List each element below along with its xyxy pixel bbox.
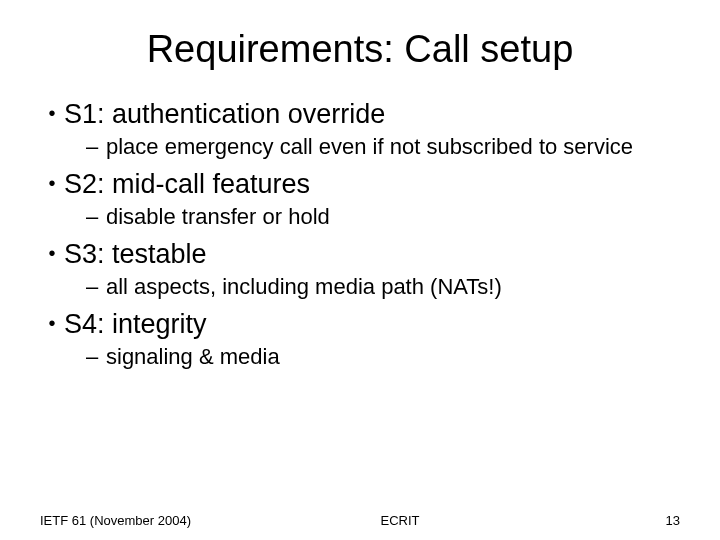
bullet-icon: • (40, 307, 64, 339)
slide: Requirements: Call setup • S1: authentic… (0, 0, 720, 540)
bullet-icon: • (40, 167, 64, 199)
bullet-level2: – place emergency call even if not subsc… (40, 133, 680, 161)
dash-icon: – (86, 203, 106, 231)
sub-label: all aspects, including media path (NATs!… (106, 273, 502, 301)
bullet-level2: – signaling & media (40, 343, 680, 371)
bullet-label: S4: integrity (64, 307, 207, 341)
bullet-icon: • (40, 237, 64, 269)
footer-left: IETF 61 (November 2004) (40, 513, 200, 528)
dash-icon: – (86, 133, 106, 161)
bullet-level2: – all aspects, including media path (NAT… (40, 273, 680, 301)
footer: IETF 61 (November 2004) ECRIT 13 (0, 513, 720, 528)
bullet-level1: • S3: testable (40, 237, 680, 271)
bullet-level1: • S1: authentication override (40, 97, 680, 131)
bullet-list: • S1: authentication override – place em… (40, 97, 680, 371)
footer-center: ECRIT (200, 513, 600, 528)
bullet-level1: • S2: mid-call features (40, 167, 680, 201)
sub-label: place emergency call even if not subscri… (106, 133, 633, 161)
slide-title: Requirements: Call setup (40, 28, 680, 71)
bullet-label: S1: authentication override (64, 97, 385, 131)
bullet-level2: – disable transfer or hold (40, 203, 680, 231)
bullet-level1: • S4: integrity (40, 307, 680, 341)
bullet-icon: • (40, 97, 64, 129)
bullet-label: S2: mid-call features (64, 167, 310, 201)
dash-icon: – (86, 273, 106, 301)
bullet-label: S3: testable (64, 237, 207, 271)
footer-page: 13 (600, 513, 680, 528)
sub-label: disable transfer or hold (106, 203, 330, 231)
sub-label: signaling & media (106, 343, 280, 371)
dash-icon: – (86, 343, 106, 371)
